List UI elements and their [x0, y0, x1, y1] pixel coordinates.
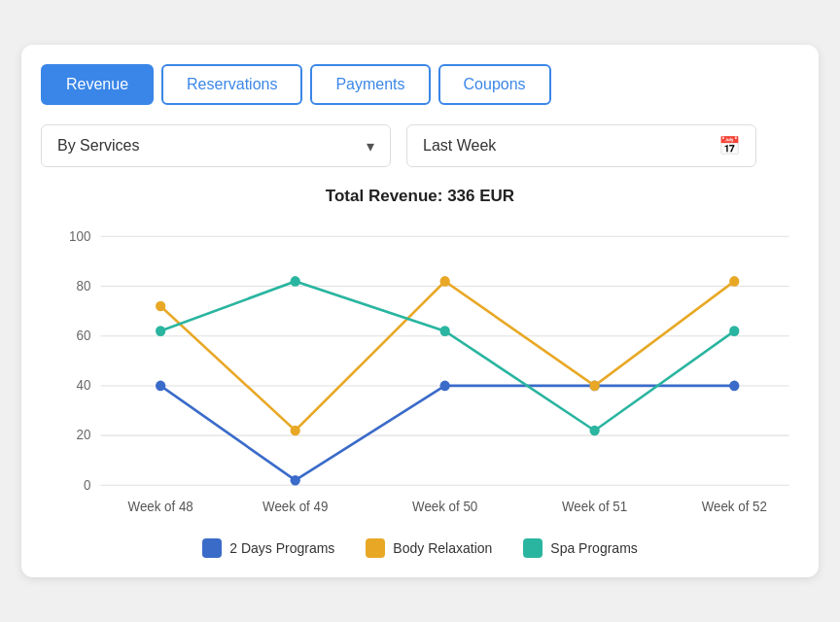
legend-label-spa: Spa Programs [550, 540, 637, 556]
svg-text:20: 20 [76, 428, 90, 442]
svg-point-26 [729, 276, 739, 287]
svg-text:Week of 52: Week of 52 [702, 500, 767, 514]
chart-title: Total Revenue: 336 EUR [41, 187, 799, 206]
date-filter-label: Last Week [423, 137, 496, 155]
date-filter[interactable]: Last Week 📅 [406, 124, 756, 167]
legend-item-spa: Spa Programs [523, 538, 637, 558]
svg-point-28 [291, 276, 300, 287]
svg-point-18 [291, 475, 300, 486]
svg-point-29 [440, 326, 450, 336]
chevron-down-icon: ▾ [367, 137, 374, 156]
legend-color-2days [202, 538, 222, 558]
svg-point-24 [440, 276, 450, 287]
svg-text:100: 100 [69, 228, 91, 243]
tab-reservations[interactable]: Reservations [161, 64, 302, 105]
legend-color-spa [523, 538, 542, 558]
svg-point-22 [156, 301, 165, 312]
calendar-icon: 📅 [718, 135, 740, 156]
svg-point-27 [156, 326, 165, 336]
line-chart: 100 80 60 40 20 0 Week of 48 Week of 49 … [41, 216, 799, 527]
legend-item-body: Body Relaxation [366, 538, 492, 558]
tab-revenue[interactable]: Revenue [41, 64, 154, 105]
main-container: Revenue Reservations Payments Coupons By… [21, 45, 819, 577]
svg-text:Week of 51: Week of 51 [562, 500, 627, 514]
svg-point-30 [589, 426, 599, 436]
svg-text:0: 0 [84, 477, 91, 492]
svg-text:Week of 49: Week of 49 [262, 500, 328, 514]
svg-point-19 [440, 381, 450, 392]
svg-point-25 [589, 381, 599, 392]
legend-label-body: Body Relaxation [393, 540, 492, 556]
chart-legend: 2 Days Programs Body Relaxation Spa Prog… [41, 538, 799, 558]
legend-color-body [366, 538, 385, 558]
filter-bar: By Services ▾ Last Week 📅 [41, 124, 799, 167]
legend-label-2days: 2 Days Programs [229, 540, 334, 556]
chart-area: 100 80 60 40 20 0 Week of 48 Week of 49 … [41, 216, 799, 527]
tab-bar: Revenue Reservations Payments Coupons [41, 64, 799, 105]
svg-text:60: 60 [76, 328, 90, 343]
svg-point-23 [291, 426, 300, 436]
tab-coupons[interactable]: Coupons [438, 64, 551, 105]
svg-text:Week of 48: Week of 48 [128, 500, 193, 514]
tab-payments[interactable]: Payments [310, 64, 430, 105]
svg-point-21 [729, 381, 739, 392]
svg-point-31 [729, 326, 739, 336]
svg-text:Week of 50: Week of 50 [412, 500, 478, 514]
svg-point-17 [156, 381, 165, 392]
legend-item-2days: 2 Days Programs [202, 538, 334, 558]
service-filter[interactable]: By Services ▾ [41, 124, 391, 167]
service-filter-label: By Services [57, 137, 139, 155]
svg-text:80: 80 [76, 279, 90, 294]
svg-text:40: 40 [76, 378, 90, 393]
